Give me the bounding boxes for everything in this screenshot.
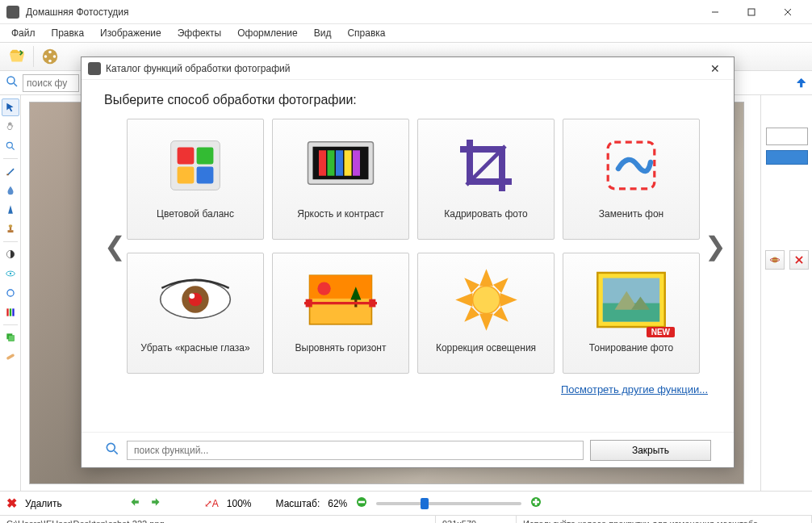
- svg-line-12: [11, 148, 14, 150]
- open-folder-icon[interactable]: [5, 44, 29, 69]
- collapse-up-icon[interactable]: 🠉: [796, 77, 807, 90]
- zoom-fit-icon[interactable]: ⤢A: [204, 498, 219, 509]
- right-planet-button[interactable]: [765, 250, 785, 270]
- dialog-search-input[interactable]: [127, 441, 584, 460]
- svg-point-19: [9, 273, 10, 274]
- more-functions-link[interactable]: Посмотреть другие функции...: [104, 383, 708, 395]
- svg-point-7: [48, 60, 52, 63]
- svg-line-10: [14, 83, 17, 86]
- nav-prev-icon[interactable]: [127, 496, 141, 510]
- status-hint: Используйте колесо прокрутки для изменен…: [517, 516, 812, 523]
- menu-effects[interactable]: Эффекты: [171, 26, 228, 40]
- zoom-out-icon[interactable]: [355, 496, 368, 511]
- contrast-tool-icon[interactable]: [2, 245, 19, 263]
- scale-value: 62%: [328, 498, 347, 509]
- card-toning[interactable]: NEW Тонирование фото: [563, 253, 700, 374]
- dialog-titlebar: Каталог функций обработки фотографий ✕: [82, 57, 734, 80]
- nav-next-icon[interactable]: [149, 496, 164, 510]
- bottom-toolbar: ✖ Удалить ⤢A 100% Масштаб: 62%: [0, 491, 812, 515]
- zoom-fit-label: 100%: [227, 498, 252, 509]
- delete-label[interactable]: Удалить: [25, 498, 62, 509]
- sharpen-tool-icon[interactable]: [2, 201, 19, 219]
- right-panel: [760, 95, 812, 491]
- card-lighting[interactable]: Коррекция освещения: [417, 253, 555, 374]
- card-horizon[interactable]: Выровнять горизонт: [272, 253, 409, 374]
- card-crop[interactable]: Кадрировать фото: [417, 119, 555, 240]
- status-bar: C:\Users\IEUser\Desktop\sshot-222.png 93…: [0, 515, 812, 523]
- svg-line-67: [115, 451, 118, 454]
- eye-tool-icon[interactable]: [2, 265, 19, 282]
- svg-point-11: [6, 142, 12, 148]
- hand-tool-icon[interactable]: [2, 118, 19, 136]
- menu-image[interactable]: Изображение: [94, 26, 168, 40]
- minimize-button[interactable]: [697, 1, 733, 23]
- toning-icon: NEW: [591, 263, 672, 336]
- svg-rect-22: [9, 308, 10, 316]
- pointer-tool-icon[interactable]: [2, 98, 19, 116]
- dialog-bottom: Закрыть: [82, 432, 734, 467]
- svg-rect-39: [178, 167, 195, 184]
- zoom-slider[interactable]: [376, 502, 521, 505]
- catalog-dialog: Каталог функций обработки фотографий ✕ В…: [81, 56, 735, 468]
- menu-view[interactable]: Вид: [308, 26, 338, 40]
- dialog-close-button[interactable]: ✕: [703, 62, 727, 75]
- card-label: Заменить фон: [599, 208, 663, 220]
- blur-tool-icon[interactable]: [2, 182, 19, 199]
- window-titlebar: Домашняя Фотостудия: [0, 0, 812, 24]
- stamp-tool-icon[interactable]: [2, 220, 19, 238]
- right-delete-button[interactable]: [789, 250, 809, 270]
- svg-point-9: [7, 77, 15, 84]
- svg-rect-60: [306, 299, 312, 307]
- left-toolbox: [0, 95, 21, 491]
- card-replace-bg[interactable]: Заменить фон: [563, 119, 700, 240]
- zoom-in-icon[interactable]: [529, 496, 542, 511]
- svg-rect-47: [353, 150, 360, 176]
- colorbars-tool-icon[interactable]: [2, 303, 19, 321]
- svg-point-8: [44, 55, 48, 58]
- svg-rect-21: [6, 308, 8, 316]
- dialog-close-btn[interactable]: Закрыть: [590, 440, 711, 461]
- close-button[interactable]: [769, 1, 806, 23]
- search-icon: [104, 441, 120, 459]
- maximize-button[interactable]: [733, 1, 769, 23]
- crop-icon: [446, 129, 526, 202]
- svg-point-62: [472, 286, 500, 313]
- search-input[interactable]: [23, 74, 79, 92]
- carousel-next[interactable]: ❯: [705, 231, 722, 262]
- svg-point-6: [53, 55, 57, 58]
- redeye-icon: [155, 263, 236, 336]
- dialog-heading: Выберите способ обработки фотографии:: [104, 93, 711, 107]
- menu-edit[interactable]: Правка: [45, 26, 91, 40]
- svg-point-27: [772, 257, 777, 263]
- healing-tool-icon[interactable]: [2, 348, 19, 366]
- circle-tool-icon[interactable]: [2, 284, 19, 302]
- svg-point-66: [107, 443, 115, 451]
- menu-decoration[interactable]: Оформление: [231, 26, 303, 40]
- zoom-tool-icon[interactable]: [2, 137, 19, 155]
- carousel-prev[interactable]: ❮: [104, 231, 122, 262]
- menu-file[interactable]: Файл: [5, 26, 42, 40]
- delete-x-icon[interactable]: ✖: [6, 496, 17, 511]
- status-path: C:\Users\IEUser\Desktop\sshot-222.png: [0, 516, 436, 523]
- card-label: Выровнять горизонт: [295, 342, 387, 354]
- card-color-balance[interactable]: Цветовой баланс: [127, 119, 264, 240]
- horizon-icon: [300, 263, 381, 336]
- film-reel-icon[interactable]: [38, 44, 62, 69]
- svg-point-5: [48, 51, 52, 54]
- layers-green-icon[interactable]: [2, 328, 19, 346]
- menu-help[interactable]: Справка: [341, 26, 391, 40]
- sun-icon: [446, 263, 526, 336]
- card-label: Яркость и контраст: [297, 208, 384, 220]
- card-redeye[interactable]: Убрать «красные глаза»: [127, 253, 264, 374]
- right-combo[interactable]: [766, 128, 808, 145]
- brush-tool-icon[interactable]: [2, 162, 19, 180]
- svg-point-20: [6, 290, 13, 296]
- function-grid: Цветовой баланс Яркость и контраст Кадри…: [127, 119, 700, 374]
- app-title: Домашняя Фотостудия: [26, 6, 697, 18]
- svg-point-16: [8, 224, 12, 228]
- svg-rect-25: [8, 336, 14, 341]
- svg-rect-1: [748, 9, 755, 15]
- svg-point-54: [190, 294, 195, 299]
- svg-rect-14: [7, 230, 13, 232]
- card-brightness-contrast[interactable]: Яркость и контраст: [272, 119, 409, 240]
